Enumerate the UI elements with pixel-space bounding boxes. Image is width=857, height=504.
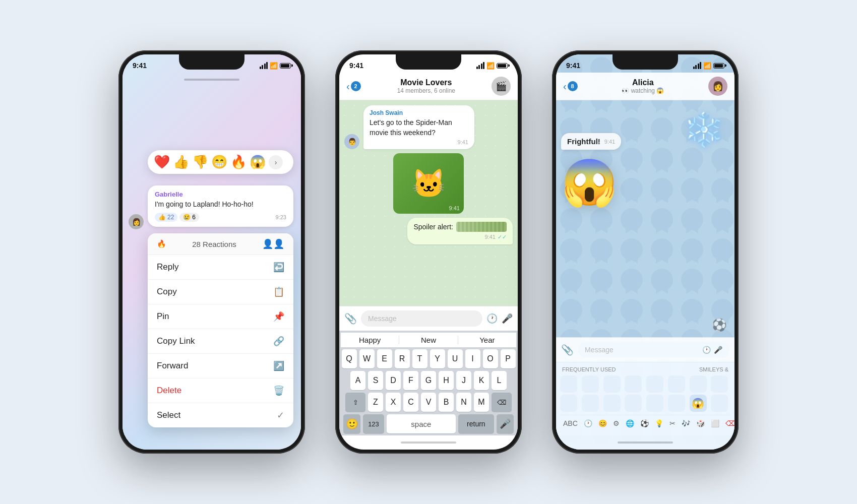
- emoji-slot-1[interactable]: [560, 375, 577, 393]
- phone-1: 9:41 📶: [118, 50, 305, 454]
- emoji-slot-12[interactable]: [625, 395, 642, 412]
- reactions-row[interactable]: 🔥 28 Reactions 👤👤: [148, 233, 293, 255]
- emoji-slot-7[interactable]: [690, 375, 707, 393]
- reaction-thumbsup[interactable]: 👍 22: [155, 213, 177, 222]
- emoji-heart[interactable]: ❤️: [154, 154, 170, 170]
- toolbar-scissors[interactable]: ✂: [666, 417, 679, 429]
- toolbar-delete[interactable]: ⌫: [722, 417, 734, 429]
- key-m[interactable]: M: [474, 393, 489, 412]
- mic-icon-3[interactable]: 🎤: [714, 346, 722, 354]
- key-y[interactable]: Y: [430, 349, 445, 368]
- key-j[interactable]: J: [456, 371, 471, 390]
- key-q[interactable]: Q: [342, 349, 357, 368]
- key-v[interactable]: V: [421, 393, 436, 412]
- key-delete[interactable]: ⌫: [492, 393, 512, 412]
- group-avatar-2[interactable]: 🎬: [492, 77, 511, 96]
- context-pin[interactable]: Pin 📌: [148, 304, 293, 329]
- key-space[interactable]: space: [387, 414, 456, 433]
- emoji-slot-13[interactable]: [646, 395, 663, 412]
- back-button-3[interactable]: ‹ 8: [563, 81, 578, 92]
- key-f[interactable]: F: [403, 371, 418, 390]
- emoji-slot-9[interactable]: [560, 395, 577, 412]
- toolbar-dice[interactable]: 🎲: [693, 417, 708, 429]
- context-reply[interactable]: Reply ↩️: [148, 255, 293, 280]
- key-h[interactable]: H: [439, 371, 454, 390]
- toolbar-smiley[interactable]: 😊: [595, 417, 610, 429]
- contact-avatar-3[interactable]: 👩: [708, 77, 727, 96]
- attach-icon-2[interactable]: 📎: [344, 312, 357, 325]
- emoji-thumbsup[interactable]: 👍: [173, 154, 189, 170]
- emoji-slot-14[interactable]: [668, 395, 685, 412]
- key-s[interactable]: S: [368, 371, 383, 390]
- msg-input-field-2[interactable]: Message: [361, 310, 482, 327]
- key-k[interactable]: K: [474, 371, 489, 390]
- toolbar-ball[interactable]: ⚽: [637, 417, 652, 429]
- context-select[interactable]: Select ✓: [148, 403, 293, 427]
- emoji-thumbsdown[interactable]: 👎: [192, 154, 208, 170]
- toolbar-square[interactable]: ⬜: [708, 417, 722, 429]
- context-copylink[interactable]: Copy Link 🔗: [148, 329, 293, 354]
- clock-icon-2[interactable]: 🕐: [486, 313, 498, 324]
- key-e[interactable]: E: [377, 349, 392, 368]
- key-i[interactable]: I: [465, 349, 480, 368]
- emoji-slot-2[interactable]: [582, 375, 599, 393]
- toolbar-bulb[interactable]: 💡: [652, 417, 666, 429]
- suggestion-happy[interactable]: Happy: [341, 336, 399, 344]
- key-o[interactable]: O: [483, 349, 498, 368]
- suggestion-new[interactable]: New: [399, 336, 458, 344]
- key-a[interactable]: A: [350, 371, 365, 390]
- emoji-slot-8[interactable]: [711, 375, 728, 393]
- key-b[interactable]: B: [439, 393, 454, 412]
- emoji-slot-scream[interactable]: 😱: [690, 395, 707, 412]
- emoji-slot-3[interactable]: [603, 375, 621, 393]
- toolbar-abc[interactable]: ABC: [560, 417, 581, 429]
- msg-input-field-3[interactable]: Message 🕐 🎤: [578, 342, 729, 358]
- key-w[interactable]: W: [359, 349, 375, 368]
- reaction-cry[interactable]: 😢 6: [179, 213, 199, 222]
- status-icons-1: 📶: [260, 62, 291, 70]
- key-u[interactable]: U: [448, 349, 463, 368]
- mic-icon-2[interactable]: 🎤: [502, 313, 513, 324]
- emoji-fire[interactable]: 🔥: [230, 154, 247, 170]
- key-d[interactable]: D: [386, 371, 401, 390]
- emoji-slot-10[interactable]: [582, 395, 599, 412]
- clock-icon-3[interactable]: 🕐: [702, 346, 711, 354]
- emoji-scream[interactable]: 😱: [250, 154, 266, 170]
- key-123[interactable]: 123: [363, 414, 384, 433]
- messages-area-3: ❄️ Frightful! 9:41 😱 ⚽: [556, 100, 734, 337]
- keyboard-row-4: 🙂 123 space return 🎤: [341, 414, 516, 433]
- suggestion-year[interactable]: Year: [458, 336, 516, 344]
- emoji-slot-5[interactable]: [646, 375, 663, 393]
- key-t[interactable]: T: [412, 349, 427, 368]
- emoji-slot-4[interactable]: [625, 375, 642, 393]
- context-forward[interactable]: Forward ↗️: [148, 354, 293, 379]
- status-icons-3: 📶: [693, 62, 725, 70]
- key-g[interactable]: G: [421, 371, 436, 390]
- copy-icon: 📋: [273, 286, 284, 297]
- key-shift[interactable]: ⇧: [345, 393, 365, 412]
- context-delete[interactable]: Delete 🗑️: [148, 379, 293, 403]
- emoji-slot-11[interactable]: [603, 395, 621, 412]
- key-x[interactable]: X: [386, 393, 401, 412]
- emoji-slot-16[interactable]: [711, 395, 728, 412]
- back-button-2[interactable]: ‹ 2: [346, 81, 361, 92]
- key-z[interactable]: Z: [368, 393, 383, 412]
- toolbar-music[interactable]: 🎶: [679, 417, 693, 429]
- key-p[interactable]: P: [501, 349, 516, 368]
- emoji-grin[interactable]: 😁: [211, 154, 227, 170]
- key-return[interactable]: return: [458, 414, 494, 433]
- emoji-more-button[interactable]: ›: [269, 155, 283, 169]
- context-copy[interactable]: Copy 📋: [148, 280, 293, 304]
- attach-icon-3[interactable]: 📎: [561, 344, 574, 356]
- key-n[interactable]: N: [456, 393, 471, 412]
- key-emoji[interactable]: 🙂: [343, 414, 360, 433]
- emoji-slot-6[interactable]: [668, 375, 685, 393]
- toolbar-globe[interactable]: 🌐: [623, 417, 637, 429]
- toolbar-gear[interactable]: ⚙: [610, 417, 623, 429]
- toolbar-clock[interactable]: 🕐: [581, 417, 595, 429]
- spoiler-blur[interactable]: [456, 222, 507, 232]
- key-c[interactable]: C: [403, 393, 418, 412]
- key-l[interactable]: L: [492, 371, 507, 390]
- key-r[interactable]: R: [395, 349, 410, 368]
- key-mic[interactable]: 🎤: [497, 414, 514, 433]
